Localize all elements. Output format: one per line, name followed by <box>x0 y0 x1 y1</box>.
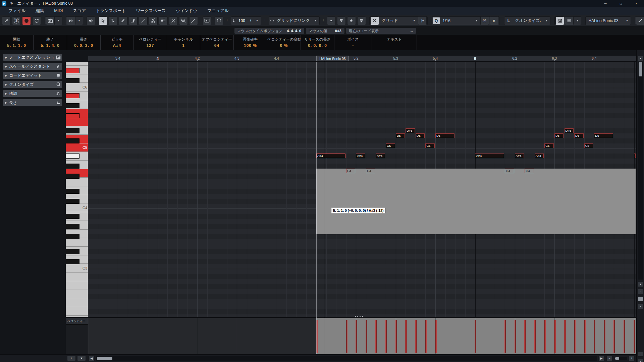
independent-loop-button[interactable] <box>215 16 223 25</box>
menu-item-1[interactable]: 編集 <box>31 7 49 15</box>
menu-item-4[interactable]: トランスポート <box>91 7 131 15</box>
velocity-bar[interactable] <box>415 320 417 353</box>
midi-note-A#4[interactable]: A#4 <box>634 154 636 158</box>
piano-key-C#4[interactable] <box>66 138 79 143</box>
velocity-bar[interactable] <box>475 320 476 353</box>
midi-note-C5[interactable]: C5 <box>544 143 554 148</box>
insert-velocity-value[interactable]: 100 <box>236 18 247 23</box>
snap-type-dropdown[interactable]: ▼ <box>411 19 417 22</box>
scroll-right-button[interactable]: ▶ <box>598 356 604 361</box>
length-quantize-dropdown[interactable]: ▼ <box>544 19 550 22</box>
active-part-value[interactable]: HALion Sonic 03 <box>586 18 623 23</box>
piano-key-C#5[interactable] <box>66 78 79 83</box>
relative-grid-button[interactable]: -|+ <box>418 16 427 25</box>
velocity-bar[interactable] <box>366 320 367 353</box>
info-field-1[interactable]: 終了5. 1. 4. 0 <box>34 35 67 50</box>
velocity-bar[interactable] <box>594 320 595 353</box>
lane-resize-handle[interactable] <box>355 316 365 317</box>
midi-note-A#4[interactable]: A#4 <box>475 154 504 158</box>
velocity-bar[interactable] <box>634 320 635 353</box>
piano-key-F5[interactable] <box>66 117 88 126</box>
part-name-tab[interactable]: HALion Sonic 03 <box>316 56 349 61</box>
acoustic-feedback-button[interactable] <box>87 16 95 25</box>
piano-key-B2[interactable] <box>66 273 88 281</box>
info-field-10[interactable]: ボイス– <box>334 35 372 50</box>
quantize-dropdown[interactable]: ▼ <box>474 19 480 22</box>
transpose-octave-down-button[interactable] <box>357 16 366 25</box>
menu-item-5[interactable]: ワークスペース <box>131 7 171 15</box>
piano-key-C5[interactable]: C5 <box>66 143 88 152</box>
piano-key-E2[interactable] <box>66 307 88 316</box>
vertical-scrollbar[interactable] <box>638 62 643 280</box>
piano-key-G#2[interactable] <box>66 224 79 229</box>
midi-note-D5[interactable]: D5 <box>554 133 564 138</box>
step-input-button[interactable] <box>636 16 644 25</box>
length-quantize-value[interactable]: クオンタイズ. <box>513 18 543 23</box>
menu-item-7[interactable]: マニュアル <box>202 7 234 15</box>
scroll-down-button[interactable]: ▼ <box>638 282 643 287</box>
pitch-visibility-button[interactable] <box>67 16 75 25</box>
menu-item-2[interactable]: MIDI <box>49 7 68 15</box>
midi-note-G4[interactable]: G4 <box>366 169 375 173</box>
velocity-bar[interactable] <box>425 320 427 353</box>
info-field-value[interactable]: A#4 <box>101 43 133 48</box>
velocity-lane[interactable] <box>88 318 636 354</box>
info-field-value[interactable]: 0 % <box>267 43 301 48</box>
midi-note-C5[interactable]: C5 <box>386 143 395 148</box>
zoom-out-h-button[interactable]: − <box>606 356 612 361</box>
velocity-bar[interactable] <box>534 320 536 353</box>
transpose-up-button[interactable] <box>327 16 336 25</box>
zoom-tool[interactable] <box>179 16 188 25</box>
toolbar-handle[interactable]: ⋮ <box>225 18 229 23</box>
midi-note-A#4[interactable]: A#4 <box>376 154 385 158</box>
minimize-button[interactable]: ─ <box>598 0 613 7</box>
menu-item-6[interactable]: ウィンドウ <box>171 7 202 15</box>
erase-tool[interactable] <box>129 16 138 25</box>
info-field-8[interactable]: ベロシティーの変動量0 % <box>267 35 301 50</box>
line-tool[interactable] <box>189 16 198 25</box>
velocity-bar[interactable] <box>346 320 347 353</box>
note-display[interactable]: A#4G4A#4G4A#4C5D5D#5D5C5D5A#4G4A#4G4A#4C… <box>88 62 636 318</box>
midi-note-D5[interactable]: D5 <box>594 133 613 138</box>
velocity-bar[interactable] <box>604 320 605 353</box>
piano-key-D#4[interactable] <box>66 128 79 133</box>
velocity-bar[interactable] <box>375 320 377 353</box>
link-grid-value[interactable]: グリッドにリンク <box>275 18 312 23</box>
draw-tool[interactable] <box>119 16 127 25</box>
split-scissors-tool[interactable] <box>149 16 158 25</box>
midi-note-C5[interactable]: C5 <box>584 143 594 148</box>
midi-note-A#4[interactable]: A#4 <box>535 154 544 158</box>
info-field-value[interactable]: – <box>334 43 372 48</box>
mute-tool[interactable] <box>169 16 178 25</box>
midi-note-D5[interactable]: D5 <box>416 133 425 138</box>
piano-key-D#2[interactable] <box>66 249 79 254</box>
info-field-value[interactable]: 0. 0. 3. 0 <box>67 43 100 48</box>
inspector-panel-chord-edit[interactable]: ▶コードエディット <box>3 72 62 79</box>
transpose-down-button[interactable] <box>337 16 346 25</box>
camera-button[interactable] <box>46 16 55 25</box>
snap-type-value[interactable]: グリッド <box>380 18 411 23</box>
midi-note-D#5[interactable]: D#5 <box>406 128 415 133</box>
velocity-bar[interactable] <box>613 320 615 353</box>
inspector-panel-length[interactable]: ▶長さ <box>3 99 62 106</box>
midi-note-A#4[interactable]: A#4 <box>316 154 345 158</box>
piano-key-D#5[interactable] <box>66 68 79 73</box>
piano-key-A#2[interactable] <box>66 214 79 219</box>
zoom-in-v-button[interactable]: + <box>638 304 643 309</box>
controller-lane-label[interactable]: ベロシティー <box>66 318 88 325</box>
info-field-value[interactable]: 100 % <box>234 43 267 48</box>
info-field-value[interactable]: 0. 0. 0. 0 <box>301 43 334 48</box>
piano-key-F4[interactable] <box>66 178 88 186</box>
horizontal-scrollbar[interactable] <box>96 356 597 361</box>
inspector-panel-note-expression[interactable]: ▶ノートエクスプレッション <box>3 54 62 61</box>
active-part-dropdown[interactable]: ▼ <box>624 19 630 22</box>
velocity-bar[interactable] <box>564 320 566 353</box>
velocity-bar[interactable] <box>385 320 387 353</box>
autoscroll-pin-button[interactable] <box>2 16 11 25</box>
midi-note-A#4[interactable]: A#4 <box>515 154 524 158</box>
part-editing-dropdown[interactable]: ▼ <box>574 19 580 22</box>
object-selection-tool[interactable] <box>99 16 107 25</box>
maximize-button[interactable]: □ <box>613 0 629 7</box>
vertical-zoom-thumb[interactable] <box>638 296 643 302</box>
velocity-bar[interactable] <box>515 320 516 353</box>
